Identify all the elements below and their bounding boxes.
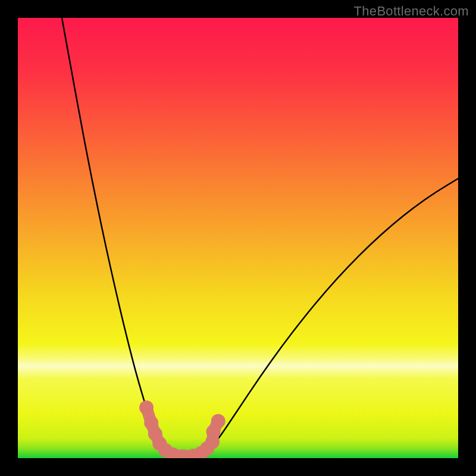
bottleneck-curve: [62, 18, 458, 456]
chart-plot-area: [18, 18, 458, 458]
watermark-text: TheBottleneck.com: [354, 4, 469, 19]
marker-dot: [139, 400, 154, 415]
marker-dot: [211, 414, 226, 428]
chart-curve-layer: [18, 18, 458, 458]
chart-frame: TheBottleneck.com: [0, 0, 476, 476]
